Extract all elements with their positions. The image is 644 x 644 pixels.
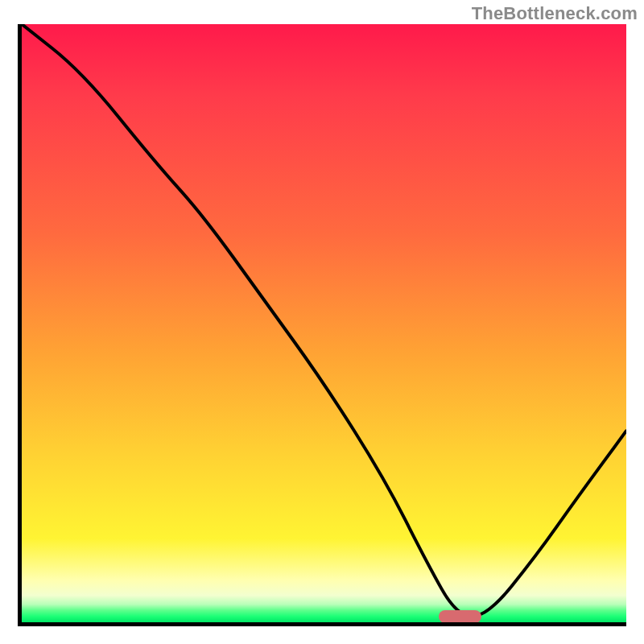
- watermark-text: TheBottleneck.com: [472, 3, 638, 24]
- plot-area: [18, 24, 626, 626]
- optimal-marker: [439, 610, 481, 623]
- bottleneck-curve: [22, 24, 626, 622]
- chart-container: TheBottleneck.com: [0, 0, 644, 644]
